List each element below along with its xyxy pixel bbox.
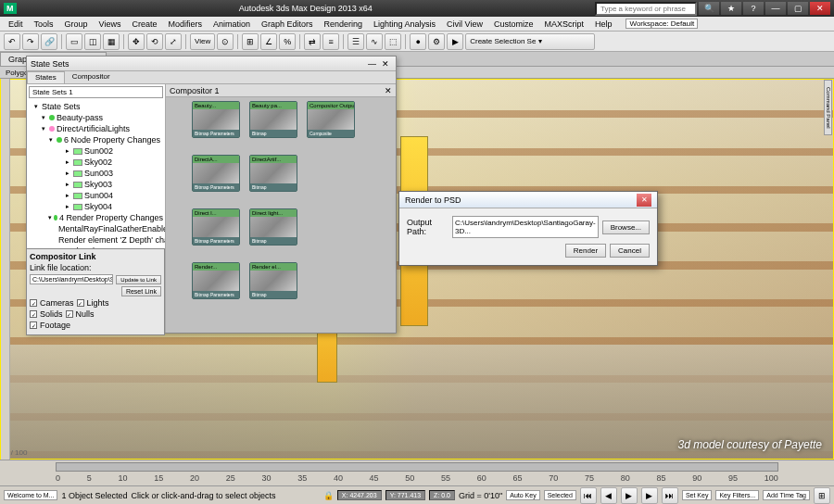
selected-mode-dropdown[interactable]: Selected xyxy=(544,490,576,500)
schematic-icon[interactable]: ⬚ xyxy=(385,33,401,50)
tree-item[interactable]: ▸Sun002 xyxy=(29,145,163,157)
link-icon[interactable]: 🔗 xyxy=(41,33,57,50)
compositor-node[interactable]: Render...Bitmap Parameters xyxy=(192,262,240,299)
update-link-button[interactable]: Update to Link xyxy=(116,275,161,284)
render-setup-icon[interactable]: ⚙ xyxy=(428,33,445,50)
tree-item[interactable]: ▾6 Node Property Changes xyxy=(29,134,163,145)
compositor-node[interactable]: Beauty pa...Bitmap xyxy=(249,101,297,138)
compositor-node[interactable]: Compositor OutputComposite xyxy=(307,101,355,138)
cb-solids[interactable]: ✓ xyxy=(30,310,37,318)
cb-footage[interactable]: ✓ xyxy=(30,321,37,329)
tree-item[interactable]: ▾4 Render Property Changes xyxy=(29,212,163,223)
timeline[interactable]: 0510152025303540455055606570758085909510… xyxy=(0,460,834,485)
compositor-node[interactable]: Direct l...Bitmap Parameters xyxy=(192,208,240,246)
tab-compositor[interactable]: Compositor xyxy=(65,71,118,83)
help-search-input[interactable] xyxy=(595,2,697,16)
search-icon[interactable]: 🔍 xyxy=(699,2,719,15)
compositor-node[interactable]: Render el...Bitmap xyxy=(249,262,297,299)
lock-icon[interactable]: 🔒 xyxy=(323,491,334,500)
tree-item[interactable]: ▸Sky003 xyxy=(29,179,163,190)
cb-cameras[interactable]: ✓ xyxy=(30,299,37,307)
menu-graph-editors[interactable]: Graph Editors xyxy=(257,19,318,30)
star-icon[interactable]: ★ xyxy=(721,2,741,15)
menu-create[interactable]: Create xyxy=(127,19,161,30)
angle-snap-icon[interactable]: ∠ xyxy=(260,33,277,50)
keyfilters-button[interactable]: Key Filters... xyxy=(715,490,759,500)
coord-y[interactable]: Y: 771.413 xyxy=(385,490,425,500)
tree-item[interactable]: ▸Sky002 xyxy=(29,157,163,168)
ref-coord-dropdown[interactable]: View xyxy=(190,33,215,50)
compositor-close-icon[interactable]: ✕ xyxy=(385,86,392,95)
tab-states[interactable]: States xyxy=(27,71,65,83)
compositor-node[interactable]: DirectA...Bitmap Parameters xyxy=(192,155,240,192)
workspace-selector[interactable]: Workspace: Default xyxy=(626,19,698,29)
layer-icon[interactable]: ☰ xyxy=(348,33,364,50)
setkey-button[interactable]: Set Key xyxy=(682,490,713,500)
compositor-node[interactable]: Direct light...Bitmap xyxy=(249,208,297,246)
select-region-icon[interactable]: ▦ xyxy=(103,33,120,50)
pivot-icon[interactable]: ⊙ xyxy=(217,33,234,50)
menu-help[interactable]: Help xyxy=(590,19,617,30)
snap-icon[interactable]: ⊞ xyxy=(242,33,259,50)
menu-group[interactable]: Group xyxy=(60,19,93,30)
add-time-tag[interactable]: Add Time Tag xyxy=(763,490,810,500)
move-icon[interactable]: ✥ xyxy=(128,33,145,50)
redo-icon[interactable]: ↷ xyxy=(22,33,39,50)
output-path-input[interactable]: C:\Users\landrym\Desktop\SantiagoGaray-3… xyxy=(452,216,599,238)
render-icon[interactable]: ▶ xyxy=(447,33,463,50)
render-button[interactable]: Render xyxy=(565,244,606,258)
play-end-icon[interactable]: ⏭ xyxy=(662,487,678,504)
tree-item[interactable]: ▸Sky004 xyxy=(29,201,163,212)
menu-civil-view[interactable]: Civil View xyxy=(442,19,487,30)
link-path-input[interactable]: C:\Users\landrym\Desktop\Santiag xyxy=(30,274,113,284)
select-icon[interactable]: ▭ xyxy=(66,33,82,50)
command-panel-handle[interactable]: Command Panel xyxy=(824,80,832,135)
tree-item[interactable]: Render element 'Z Depth' chan... xyxy=(29,234,163,246)
tree-item[interactable]: MentalRayFinalGatherEnable2... xyxy=(29,223,163,234)
cb-nulls[interactable]: ✓ xyxy=(66,310,73,318)
autokey-button[interactable]: Auto Key xyxy=(506,490,539,500)
align-icon[interactable]: ≡ xyxy=(322,33,339,50)
minimize-button[interactable]: — xyxy=(765,2,786,15)
reset-link-button[interactable]: Reset Link xyxy=(121,286,161,296)
play-next-icon[interactable]: ▶ xyxy=(641,487,658,504)
curve-editor-icon[interactable]: ∿ xyxy=(366,33,383,50)
cancel-button[interactable]: Cancel xyxy=(610,244,650,258)
scale-icon[interactable]: ⤢ xyxy=(165,33,182,50)
named-selection-dropdown[interactable]: Create Selection Se ▾ xyxy=(465,33,595,50)
compositor-node[interactable]: Beauty...Bitmap Parameters xyxy=(192,101,240,138)
coord-z[interactable]: Z: 0.0 xyxy=(429,490,455,500)
menu-maxscript[interactable]: MAXScript xyxy=(539,19,588,30)
play-icon[interactable]: ▶ xyxy=(621,487,638,504)
coord-x[interactable]: X: 4247.203 xyxy=(337,490,382,500)
browse-button[interactable]: Browse... xyxy=(602,220,650,234)
panel-minimize-icon[interactable]: — xyxy=(365,59,379,69)
viewport-nav-icon[interactable]: ⊞ xyxy=(814,487,830,504)
dialog-close-icon[interactable]: ✕ xyxy=(637,194,651,207)
panel-close-icon[interactable]: ✕ xyxy=(379,59,392,69)
tree-item[interactable]: ▸Sun004 xyxy=(29,190,163,201)
play-prev-icon[interactable]: ◀ xyxy=(600,487,617,504)
undo-icon[interactable]: ↶ xyxy=(4,33,20,50)
menu-views[interactable]: Views xyxy=(95,19,126,30)
material-icon[interactable]: ● xyxy=(410,33,426,50)
menu-tools[interactable]: Tools xyxy=(30,19,58,30)
mirror-icon[interactable]: ⇄ xyxy=(304,33,321,50)
compositor-node[interactable]: DirectArtif...Bitmap xyxy=(249,155,297,192)
close-button[interactable]: ✕ xyxy=(810,2,830,15)
menu-customize[interactable]: Customize xyxy=(489,19,538,30)
menu-modifiers[interactable]: Modifiers xyxy=(163,19,207,30)
tree-item[interactable]: ▾Beauty-pass xyxy=(29,112,163,123)
timeline-track[interactable] xyxy=(56,462,778,472)
compositor-canvas[interactable]: Compositor 1✕ Beauty...Bitmap Parameters… xyxy=(166,84,396,333)
menu-edit[interactable]: Edit xyxy=(4,19,28,30)
menu-rendering[interactable]: Rendering xyxy=(320,19,368,30)
menu-animation[interactable]: Animation xyxy=(208,19,255,30)
state-set-dropdown[interactable]: State Sets 1 xyxy=(29,86,163,98)
tree-item[interactable]: ▾DirectArtificialLights xyxy=(29,123,163,134)
help-icon[interactable]: ? xyxy=(743,2,764,15)
maximize-button[interactable]: ▢ xyxy=(788,2,808,15)
rotate-icon[interactable]: ⟲ xyxy=(146,33,163,50)
select-all-icon[interactable]: ◫ xyxy=(84,33,101,50)
percent-snap-icon[interactable]: % xyxy=(279,33,296,50)
